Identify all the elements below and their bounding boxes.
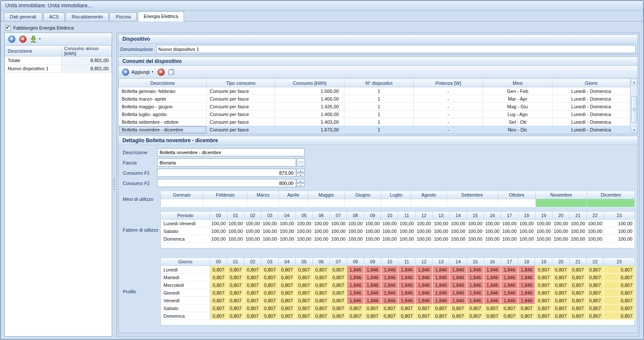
value-cell[interactable]: 0,807 (296, 266, 313, 274)
value-cell[interactable]: 1,846 (347, 297, 364, 304)
month-cell-agosto[interactable] (411, 199, 446, 207)
value-cell[interactable]: 0,807 (535, 274, 552, 281)
window-titlebar[interactable]: Unità immobiliare: Unità immobiliare... (1, 1, 643, 11)
value-cell[interactable]: 0,807 (570, 281, 587, 289)
month-cell-marzo[interactable] (247, 199, 279, 207)
value-cell[interactable]: 0,807 (210, 274, 227, 281)
value-cell[interactable]: 0,807 (570, 274, 587, 281)
value-cell[interactable]: 100,00 (261, 220, 279, 227)
value-cell[interactable]: 0,807 (347, 312, 364, 320)
value-cell[interactable]: 0,807 (279, 281, 296, 289)
month-cell-luglio[interactable] (381, 199, 411, 207)
value-cell[interactable]: 100,00 (433, 227, 450, 235)
value-cell[interactable]: 0,807 (415, 312, 433, 320)
copy-icon[interactable] (168, 69, 175, 75)
value-cell[interactable]: 0,807 (552, 266, 570, 274)
value-cell[interactable]: 100,00 (587, 227, 604, 235)
value-cell[interactable]: 0,807 (604, 304, 635, 312)
value-cell[interactable]: 1,846 (467, 274, 484, 281)
value-cell[interactable]: 0,807 (244, 289, 261, 297)
value-cell[interactable]: 100,00 (415, 227, 433, 235)
value-cell[interactable]: 1,846 (484, 281, 501, 289)
value-cell[interactable]: 1,846 (433, 289, 450, 297)
value-cell[interactable]: 100,00 (570, 227, 587, 235)
value-cell[interactable]: 0,807 (330, 297, 347, 304)
month-cell-ottobre[interactable] (498, 199, 535, 207)
value-cell[interactable]: 0,807 (244, 281, 261, 289)
value-cell[interactable]: 0,807 (244, 312, 261, 320)
value-cell[interactable]: 0,807 (296, 289, 313, 297)
value-cell[interactable]: 0,807 (313, 304, 330, 312)
value-cell[interactable]: 0,807 (604, 274, 635, 281)
device-row[interactable]: Totale8.801,00 (5, 57, 112, 65)
consumi-scrollbar[interactable] (630, 78, 638, 134)
value-cell[interactable]: 0,807 (518, 304, 535, 312)
value-cell[interactable]: 100,00 (535, 227, 552, 235)
tab-acs[interactable]: ACS (43, 12, 65, 21)
value-cell[interactable]: 0,807 (484, 304, 501, 312)
value-cell[interactable]: 0,807 (587, 297, 604, 304)
value-cell[interactable]: 100,00 (244, 235, 261, 243)
value-cell[interactable]: 0,807 (535, 289, 552, 297)
value-cell[interactable]: 0,807 (227, 312, 244, 320)
value-cell[interactable]: 0,807 (587, 281, 604, 289)
value-cell[interactable]: 100,00 (244, 220, 261, 227)
value-cell[interactable]: 100,00 (347, 220, 364, 227)
fascia-browse-button[interactable] (297, 158, 305, 167)
value-cell[interactable]: 100,00 (227, 220, 244, 227)
value-cell[interactable]: 100,00 (279, 235, 296, 243)
value-cell[interactable]: 0,807 (261, 274, 279, 281)
value-cell[interactable]: 100,00 (210, 227, 227, 235)
month-cell-dicembre[interactable] (587, 199, 635, 207)
delete-icon[interactable] (19, 36, 27, 43)
value-cell[interactable]: 0,807 (227, 274, 244, 281)
consumo-row[interactable]: Bolletta maggio - giugnoConsumi per fasc… (119, 103, 630, 110)
value-cell[interactable]: 100,00 (415, 235, 433, 243)
value-cell[interactable]: 100,00 (381, 220, 398, 227)
value-cell[interactable]: 100,00 (587, 220, 604, 227)
value-cell[interactable]: 100,00 (433, 235, 450, 243)
value-cell[interactable]: 0,807 (604, 312, 635, 320)
value-cell[interactable]: 0,807 (364, 304, 381, 312)
value-cell[interactable]: 0,807 (552, 281, 570, 289)
value-cell[interactable]: 1,846 (450, 289, 467, 297)
value-cell[interactable]: 100,00 (570, 220, 587, 227)
value-cell[interactable]: 100,00 (398, 227, 415, 235)
value-cell[interactable]: 0,807 (313, 266, 330, 274)
value-cell[interactable]: 0,807 (279, 297, 296, 304)
value-cell[interactable]: 0,807 (467, 304, 484, 312)
value-cell[interactable]: 0,807 (535, 304, 552, 312)
value-cell[interactable]: 1,846 (450, 274, 467, 281)
value-cell[interactable]: 1,846 (467, 297, 484, 304)
consumo-f1-input[interactable] (157, 169, 296, 177)
value-cell[interactable]: 0,807 (261, 312, 279, 320)
value-cell[interactable]: 100,00 (604, 220, 635, 227)
value-cell[interactable]: 100,00 (313, 227, 330, 235)
value-cell[interactable]: 1,846 (415, 297, 433, 304)
consumo-row[interactable]: Bolletta settembre - ottobreConsumi per … (119, 118, 630, 126)
value-cell[interactable]: 1,846 (501, 281, 518, 289)
value-cell[interactable]: 1,846 (433, 297, 450, 304)
value-cell[interactable]: 0,807 (450, 312, 467, 320)
value-cell[interactable]: 100,00 (364, 220, 381, 227)
month-cell-gennaio[interactable] (161, 199, 203, 207)
value-cell[interactable]: 0,807 (364, 312, 381, 320)
value-cell[interactable]: 100,00 (535, 220, 552, 227)
value-cell[interactable]: 100,00 (364, 227, 381, 235)
value-cell[interactable]: 1,846 (364, 297, 381, 304)
value-cell[interactable]: 1,846 (484, 297, 501, 304)
value-cell[interactable]: 0,807 (570, 266, 587, 274)
value-cell[interactable]: 100,00 (484, 235, 501, 243)
value-cell[interactable]: 0,807 (313, 281, 330, 289)
value-cell[interactable]: 0,807 (570, 289, 587, 297)
value-cell[interactable]: 100,00 (604, 235, 635, 243)
value-cell[interactable]: 100,00 (313, 220, 330, 227)
value-cell[interactable]: 0,807 (330, 289, 347, 297)
value-cell[interactable]: 100,00 (570, 235, 587, 243)
value-cell[interactable]: 0,807 (535, 297, 552, 304)
value-cell[interactable]: 0,807 (244, 297, 261, 304)
value-cell[interactable]: 100,00 (381, 227, 398, 235)
value-cell[interactable]: 1,846 (347, 281, 364, 289)
value-cell[interactable]: 1,846 (398, 281, 415, 289)
value-cell[interactable]: 100,00 (501, 220, 518, 227)
